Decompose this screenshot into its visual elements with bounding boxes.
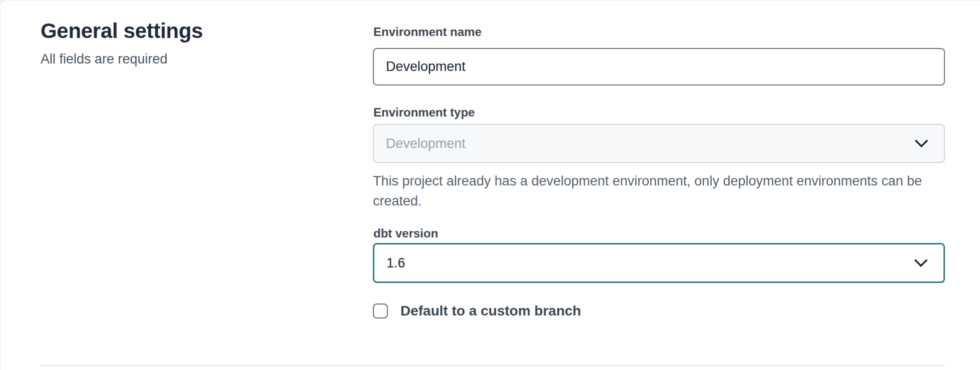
page-title: General settings: [41, 18, 321, 44]
environment-type-label: Environment type: [373, 105, 945, 120]
custom-branch-row[interactable]: Default to a custom branch: [373, 303, 945, 319]
dbt-version-value: 1.6: [386, 256, 405, 271]
custom-branch-label: Default to a custom branch: [400, 303, 581, 319]
environment-type-value: Development: [386, 136, 465, 152]
chevron-down-icon: [914, 139, 929, 148]
chevron-down-icon: [913, 258, 928, 268]
general-settings-form: Environment name Environment type Develo…: [373, 24, 945, 319]
section-divider: [41, 365, 945, 366]
section-header: General settings All fields are required: [41, 18, 321, 68]
page-subtitle: All fields are required: [41, 50, 321, 68]
environment-type-select[interactable]: Development: [373, 124, 945, 163]
environment-name-label: Environment name: [373, 24, 945, 40]
environment-name-input[interactable]: [373, 48, 945, 86]
custom-branch-checkbox[interactable]: [373, 304, 388, 318]
settings-panel: General settings All fields are required…: [0, 0, 980, 370]
dbt-version-label: dbt version: [373, 226, 945, 241]
dbt-version-select[interactable]: 1.6: [373, 243, 945, 283]
environment-type-helper: This project already has a development e…: [373, 171, 945, 211]
